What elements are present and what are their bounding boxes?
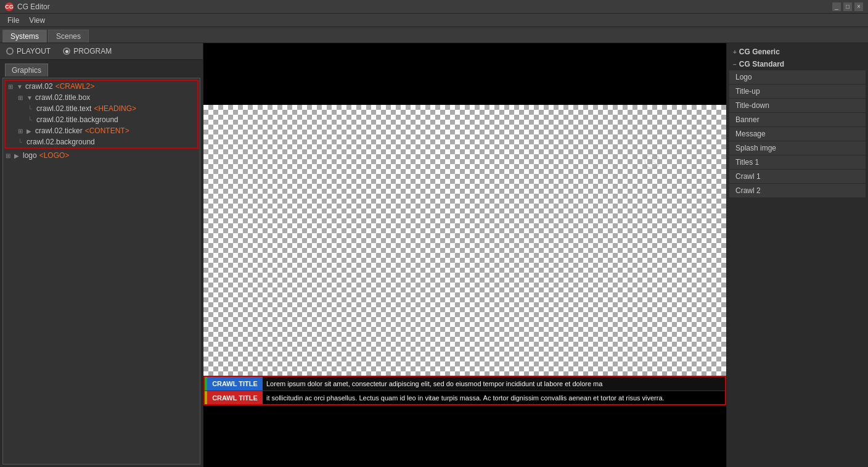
grid-icon-logo: ⊞ — [6, 152, 14, 159]
cg-item-logo[interactable]: Logo — [729, 70, 866, 84]
cg-item-titleup[interactable]: Title-up — [729, 85, 866, 98]
crawl02-ticker-name: crawl.02.ticker — [35, 126, 83, 135]
maximize-button[interactable]: □ — [843, 2, 852, 11]
main-tabbar: Systems Scenes — [0, 27, 868, 43]
connector-3: └ — [18, 139, 27, 146]
grid-icon: ⊞ — [8, 83, 17, 90]
cg-standard-label: CG Standard — [739, 60, 784, 68]
cg-item-splashimge[interactable]: Splash imge — [729, 141, 866, 155]
logo-name: logo — [23, 151, 37, 160]
preview-black-top — [203, 43, 726, 105]
titlebar-title: CG Editor — [17, 2, 832, 11]
watermark-logo: ⊛ — [628, 136, 677, 185]
left-panel: PLAYOUT PROGRAM Graphics ⊞ ▼ crawl.02 <C… — [0, 43, 203, 467]
tree-panel: ⊞ ▼ crawl.02 <CRAWL2> ⊞ ▼ crawl.02.title… — [2, 78, 200, 465]
close-button[interactable]: × — [854, 2, 863, 11]
logo-tag: <LOGO> — [39, 151, 70, 160]
crawl-row-1: CRAWL TITLE Lorem ipsum dolor sit amet, … — [205, 377, 725, 391]
tab-systems[interactable]: Systems — [2, 30, 47, 43]
cg-item-crawl2[interactable]: Crawl 2 — [729, 184, 866, 197]
graphics-tab[interactable]: Graphics — [5, 64, 48, 76]
program-radio[interactable]: PROGRAM — [63, 47, 112, 56]
connector-1: └ — [28, 105, 36, 112]
crawl02-name: crawl.02 — [25, 82, 53, 91]
cg-item-crawl1[interactable]: Crawl 1 — [729, 170, 866, 183]
cg-item-titledown[interactable]: Title-down — [729, 99, 866, 112]
tree-item-crawl02[interactable]: ⊞ ▼ crawl.02 <CRAWL2> — [6, 81, 197, 92]
cg-generic-label: CG Generic — [739, 48, 780, 56]
tab-scenes[interactable]: Scenes — [48, 30, 89, 43]
playout-radio[interactable]: PLAYOUT — [6, 47, 51, 56]
center-panel: ⊛ CRAWL TITLE Lorem ipsum dolor sit amet… — [203, 43, 726, 467]
minimize-button[interactable]: _ — [832, 2, 841, 11]
crawl-text-1: Lorem ipsum dolor sit amet, consectetur … — [263, 380, 606, 387]
menu-view[interactable]: View — [24, 15, 50, 26]
app-icon: CG — [5, 2, 14, 11]
crawl02-bg-name: crawl.02.background — [27, 138, 95, 146]
cg-item-titles1[interactable]: Titles 1 — [729, 155, 866, 169]
tree-item-logo[interactable]: ⊞ ▶ logo <LOGO> — [3, 150, 200, 161]
titlebar: CG CG Editor _ □ × — [0, 0, 868, 14]
crawl02-tag: <CRAWL2> — [55, 82, 95, 91]
crawl-row-2: CRAWL TITLE it sollicitudin ac orci phas… — [205, 391, 725, 404]
tree-selection: ⊞ ▼ crawl.02 <CRAWL2> ⊞ ▼ crawl.02.title… — [4, 80, 199, 149]
preview-black-bottom — [203, 408, 726, 467]
expand-ticker[interactable]: ▶ — [27, 128, 35, 134]
crawl-container: CRAWL TITLE Lorem ipsum dolor sit amet, … — [203, 376, 726, 405]
radio-row: PLAYOUT PROGRAM — [0, 43, 203, 60]
menu-file[interactable]: File — [2, 15, 24, 26]
program-radio-circle — [63, 48, 70, 55]
expand-titlebox[interactable]: ▼ — [27, 94, 35, 101]
crawl02-titlebg-name: crawl.02.title.background — [36, 115, 118, 124]
crawl-text-2: it sollicitudin ac orci phasellus. Lectu… — [263, 394, 668, 402]
window-controls[interactable]: _ □ × — [832, 2, 863, 11]
cg-standard-items: Logo Title-up Title-down Banner Message … — [729, 70, 866, 197]
cg-standard-header[interactable]: − CG Standard — [729, 58, 866, 70]
cg-item-message[interactable]: Message — [729, 127, 866, 141]
playout-radio-circle — [6, 48, 14, 55]
crawl-title-red: CRAWL TITLE — [207, 391, 263, 404]
plus-icon: + — [733, 49, 737, 56]
playout-label: PLAYOUT — [17, 47, 51, 56]
minus-icon: − — [733, 61, 737, 68]
cg-item-banner[interactable]: Banner — [729, 113, 866, 126]
expand-logo[interactable]: ▶ — [14, 152, 23, 159]
tree-item-crawl02-titlebg[interactable]: └ crawl.02.title.background — [6, 114, 197, 125]
connector-2: └ — [28, 117, 36, 123]
grid-icon-2: ⊞ — [18, 94, 27, 101]
crawl02-titlebox-name: crawl.02.title.box — [35, 93, 90, 102]
tree-item-crawl02-bg[interactable]: └ crawl.02.background — [6, 136, 197, 147]
tree-item-crawl02-titlebox[interactable]: ⊞ ▼ crawl.02.title.box — [6, 92, 197, 103]
crawl02-titletext-tag: <HEADING> — [94, 104, 136, 113]
program-label: PROGRAM — [73, 47, 112, 56]
grid-icon-3: ⊞ — [18, 128, 27, 134]
right-panel: + CG Generic − CG Standard Logo Title-up… — [726, 43, 868, 467]
menubar: File View — [0, 14, 868, 27]
crawl-title-blue: CRAWL TITLE — [207, 377, 263, 391]
main-layout: PLAYOUT PROGRAM Graphics ⊞ ▼ crawl.02 <C… — [0, 43, 868, 467]
tree-item-crawl02-titletext[interactable]: └ crawl.02.title.text <HEADING> — [6, 103, 197, 114]
preview-area: ⊛ CRAWL TITLE Lorem ipsum dolor sit amet… — [203, 43, 726, 467]
expand-crawl02[interactable]: ▼ — [17, 83, 25, 90]
cg-generic-header[interactable]: + CG Generic — [729, 46, 866, 58]
crawl02-titletext-name: crawl.02.title.text — [36, 104, 91, 113]
crawl02-ticker-tag: <CONTENT> — [85, 126, 129, 135]
tree-item-crawl02-ticker[interactable]: ⊞ ▶ crawl.02.ticker <CONTENT> — [6, 125, 197, 136]
